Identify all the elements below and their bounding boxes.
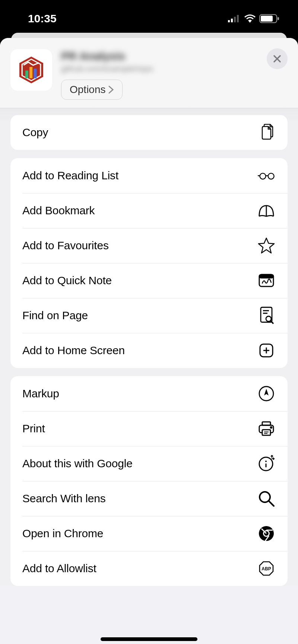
- bookmark-icon: [258, 202, 275, 219]
- add-bookmark-action[interactable]: Add Bookmark: [10, 193, 288, 228]
- svg-rect-12: [34, 69, 37, 79]
- svg-rect-2: [234, 17, 236, 22]
- chevron-right-icon: [108, 85, 114, 94]
- star-icon: [258, 237, 275, 254]
- chrome-icon: [258, 525, 275, 542]
- about-google-icon: [258, 455, 275, 472]
- action-label: Add to Quick Note: [22, 274, 112, 287]
- action-label: Find on Page: [22, 309, 88, 322]
- svg-point-14: [268, 173, 274, 179]
- svg-point-32: [265, 461, 267, 462]
- action-label: Print: [22, 422, 45, 435]
- svg-point-28: [270, 427, 272, 428]
- abp-icon: ABP: [258, 560, 275, 577]
- quick-note-icon: [258, 272, 275, 289]
- cellular-signal-icon: [228, 15, 241, 22]
- svg-rect-0: [228, 20, 230, 22]
- action-label: Add to Allowlist: [22, 562, 96, 575]
- action-label: Add to Favourites: [22, 239, 109, 252]
- status-bar: 10:35: [0, 0, 298, 37]
- find-on-page-action[interactable]: Find on Page: [10, 298, 288, 333]
- svg-rect-6: [278, 17, 279, 20]
- add-favourites-action[interactable]: Add to Favourites: [10, 228, 288, 263]
- svg-rect-26: [262, 422, 270, 425]
- action-label: Add to Reading List: [22, 169, 118, 182]
- svg-rect-1: [231, 19, 233, 22]
- shared-item-title: PR Analysis: [61, 50, 288, 63]
- add-home-screen-action[interactable]: Add to Home Screen: [10, 333, 288, 368]
- add-quick-note-action[interactable]: Add to Quick Note: [10, 263, 288, 298]
- markup-action[interactable]: Markup: [10, 376, 288, 411]
- copy-action[interactable]: Copy: [10, 115, 288, 150]
- action-label: Add to Home Screen: [22, 344, 125, 357]
- home-indicator[interactable]: [101, 637, 197, 641]
- status-indicators: [228, 14, 279, 23]
- open-chrome-action[interactable]: Open in Chrome: [10, 516, 288, 551]
- svg-rect-3: [237, 15, 239, 22]
- print-icon: [258, 420, 275, 437]
- svg-line-35: [269, 501, 274, 506]
- action-label: Open in Chrome: [22, 527, 103, 540]
- svg-rect-5: [261, 16, 273, 22]
- status-time: 10:35: [28, 12, 57, 25]
- action-label: Copy: [22, 126, 48, 139]
- action-group: Markup Print: [10, 376, 288, 586]
- wifi-icon: [244, 15, 256, 23]
- action-group: Copy: [10, 115, 288, 150]
- close-icon: [273, 54, 282, 63]
- action-label: Add Bookmark: [22, 204, 95, 217]
- markup-icon: [258, 385, 275, 402]
- svg-rect-27: [262, 430, 270, 435]
- svg-rect-16: [259, 275, 273, 278]
- svg-rect-10: [25, 71, 28, 79]
- add-allowlist-action[interactable]: Add to Allowlist ABP: [10, 551, 288, 586]
- svg-rect-11: [29, 67, 32, 78]
- share-sheet: PR Analysis github.com/example/repo Opti…: [0, 38, 298, 644]
- add-home-icon: [258, 342, 275, 359]
- shared-item-subtitle: github.com/example/repo: [61, 64, 288, 74]
- search-lens-action[interactable]: Search With lens: [10, 481, 288, 516]
- add-reading-list-action[interactable]: Add to Reading List: [10, 158, 288, 193]
- search-lens-icon: [258, 490, 275, 507]
- close-button[interactable]: [267, 48, 288, 69]
- action-label: Search With lens: [22, 492, 106, 505]
- action-label: About this with Google: [22, 457, 133, 470]
- options-button[interactable]: Options: [61, 80, 123, 100]
- about-google-action[interactable]: About this with Google: [10, 446, 288, 481]
- svg-text:ABP: ABP: [261, 566, 271, 571]
- options-label: Options: [70, 84, 106, 96]
- find-on-page-icon: [258, 307, 275, 324]
- svg-point-19: [266, 316, 271, 321]
- print-action[interactable]: Print: [10, 411, 288, 446]
- shared-item-icon: [10, 49, 52, 91]
- reading-list-icon: [258, 167, 275, 184]
- svg-point-13: [260, 173, 266, 179]
- share-actions-list[interactable]: Copy Add to Reading List: [0, 108, 298, 586]
- copy-icon: [258, 124, 275, 141]
- header-content: PR Analysis github.com/example/repo Opti…: [61, 49, 288, 100]
- share-sheet-header: PR Analysis github.com/example/repo Opti…: [0, 38, 298, 108]
- action-label: Markup: [22, 387, 59, 400]
- battery-icon: [259, 14, 279, 23]
- action-group: Add to Reading List Add Bookmark: [10, 158, 288, 368]
